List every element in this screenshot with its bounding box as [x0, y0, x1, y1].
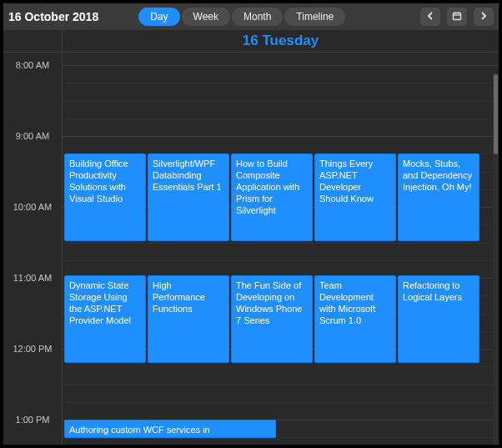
hour-line	[63, 136, 499, 137]
event-title: Things Every ASP.NET Developer Should Kn…	[319, 158, 391, 204]
calendar-event[interactable]: High Performance Functions	[148, 275, 229, 363]
view-week-button[interactable]: Week	[182, 8, 230, 26]
calendar-event[interactable]: Mocks, Stubs, and Dependency Injection, …	[398, 154, 479, 241]
view-switcher: Day Week Month Timeline	[138, 8, 345, 26]
prev-button[interactable]	[420, 8, 440, 26]
calendar-event[interactable]: How to Build Composite Application with …	[231, 154, 313, 241]
date-title: 16 October 2018	[8, 10, 98, 23]
today-button[interactable]	[447, 8, 467, 26]
view-month-button[interactable]: Month	[232, 8, 283, 26]
day-header-row: 16 Tuesday	[3, 30, 499, 53]
event-title: Dynamic State Storage Using the ASP.NET …	[69, 279, 141, 326]
calendar-event[interactable]: Building Office Productivity Solutions w…	[64, 154, 146, 241]
hour-label: 9:00 AM	[3, 131, 62, 141]
calendar-event[interactable]: Refactoring to Logical Layers	[398, 275, 479, 363]
event-title: Refactoring to Logical Layers	[403, 279, 474, 303]
calendar-event[interactable]: Authoring custom WCF services in	[64, 420, 276, 438]
hour-label: 8:00 AM	[3, 60, 62, 70]
time-column: 8:00 AM9:00 AM10:00 AM11:00 AM12:00 PM1:…	[3, 53, 63, 445]
vertical-scrollbar[interactable]	[493, 74, 499, 445]
schedule-body: 8:00 AM9:00 AM10:00 AM11:00 AM12:00 PM1:…	[3, 53, 499, 445]
calendar-event[interactable]: The Fun Side of Developing on Windows Ph…	[231, 275, 313, 363]
quarter-hour-line	[63, 260, 499, 261]
quarter-hour-line	[63, 118, 499, 119]
half-hour-line	[63, 243, 499, 244]
calendar-event[interactable]: Silverlight/WPF Databinding Essentials P…	[148, 154, 229, 241]
schedule-grid[interactable]: Building Office Productivity Solutions w…	[63, 53, 499, 445]
next-button[interactable]	[474, 8, 494, 26]
time-gutter-header	[3, 30, 63, 52]
hour-label: 12:00 PM	[3, 344, 62, 354]
scrollbar-thumb[interactable]	[494, 74, 498, 154]
svg-rect-0	[454, 13, 461, 20]
chevron-right-icon	[479, 9, 489, 24]
calendar-icon	[452, 9, 462, 24]
event-title: Mocks, Stubs, and Dependency Injection, …	[403, 158, 474, 193]
event-title: Silverlight/WPF Databinding Essentials P…	[153, 158, 224, 193]
view-timeline-button[interactable]: Timeline	[284, 8, 345, 26]
hour-label: 1:00 PM	[3, 415, 62, 425]
chevron-left-icon	[425, 9, 435, 24]
half-hour-line	[63, 385, 499, 385]
quarter-hour-line	[63, 83, 499, 83]
event-title: How to Build Composite Application with …	[236, 158, 308, 216]
day-header: 16 Tuesday	[63, 30, 499, 52]
calendar-event[interactable]: Team Development with Microsoft Scrum 1.…	[314, 275, 396, 363]
event-title: Authoring custom WCF services in	[69, 424, 271, 435]
quarter-hour-line	[63, 366, 499, 367]
event-title: High Performance Functions	[153, 279, 224, 315]
half-hour-line	[63, 101, 499, 102]
hour-line	[63, 65, 499, 66]
event-title: The Fun Side of Developing on Windows Ph…	[236, 279, 308, 326]
calendar-event[interactable]: Things Every ASP.NET Developer Should Kn…	[314, 154, 396, 241]
quarter-hour-line	[63, 402, 499, 403]
event-title: Team Development with Microsoft Scrum 1.…	[319, 279, 391, 326]
calendar-app: 16 October 2018 Day Week Month Timeline …	[0, 0, 502, 448]
hour-label: 10:00 AM	[3, 202, 62, 212]
calendar-event[interactable]: Dynamic State Storage Using the ASP.NET …	[64, 275, 146, 363]
view-day-button[interactable]: Day	[138, 8, 179, 26]
hour-label: 11:00 AM	[3, 273, 62, 283]
event-title: Building Office Productivity Solutions w…	[69, 158, 141, 204]
toolbar: 16 October 2018 Day Week Month Timeline	[3, 3, 499, 30]
